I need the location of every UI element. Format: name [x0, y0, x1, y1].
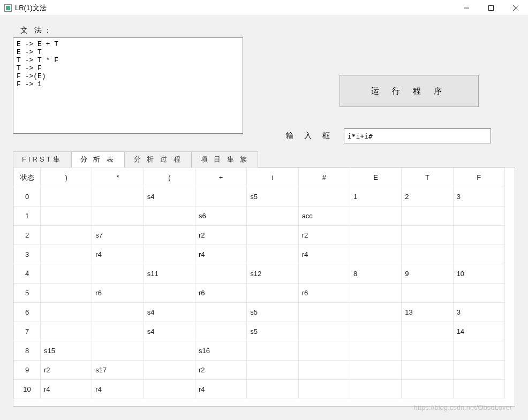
column-header[interactable]: F [453, 168, 504, 187]
tab-parse-process[interactable]: 分 析 过 程 [125, 151, 192, 167]
table-cell[interactable]: r4 [195, 380, 246, 399]
table-cell[interactable]: s16 [195, 341, 246, 361]
state-cell[interactable]: 9 [14, 361, 41, 380]
table-cell[interactable] [402, 361, 453, 380]
table-cell[interactable] [92, 322, 144, 341]
table-cell[interactable]: 1 [350, 187, 401, 207]
tab-first-set[interactable]: FIRST集 [13, 151, 71, 167]
table-cell[interactable]: s7 [92, 226, 144, 245]
table-cell[interactable] [298, 187, 350, 207]
grammar-textarea[interactable]: E -> E + T E -> T T -> T * F T -> F F ->… [13, 37, 243, 134]
state-cell[interactable]: 8 [14, 341, 41, 361]
table-cell[interactable]: s4 [144, 187, 195, 207]
table-cell[interactable] [247, 226, 298, 245]
table-cell[interactable] [350, 245, 401, 264]
table-cell[interactable]: 2 [402, 187, 453, 207]
table-cell[interactable] [453, 226, 504, 245]
table-cell[interactable] [41, 187, 92, 207]
table-cell[interactable] [247, 207, 298, 226]
state-cell[interactable]: 4 [14, 264, 41, 284]
table-cell[interactable]: 14 [453, 322, 504, 341]
column-header[interactable]: E [350, 168, 401, 187]
column-header[interactable]: ) [41, 168, 92, 187]
table-cell[interactable] [247, 361, 298, 380]
table-cell[interactable]: r4 [92, 380, 144, 399]
table-cell[interactable] [298, 380, 350, 399]
column-header[interactable]: * [92, 168, 144, 187]
table-cell[interactable]: s5 [247, 303, 298, 322]
column-header[interactable]: i [247, 168, 298, 187]
table-cell[interactable]: r6 [92, 284, 144, 303]
table-cell[interactable] [402, 284, 453, 303]
column-header[interactable]: ( [144, 168, 195, 187]
table-cell[interactable] [41, 303, 92, 322]
table-cell[interactable]: 10 [453, 264, 504, 284]
table-cell[interactable]: s5 [247, 187, 298, 207]
column-header[interactable]: T [402, 168, 453, 187]
table-cell[interactable] [41, 322, 92, 341]
tab-parse-table[interactable]: 分 析 表 [71, 151, 125, 167]
state-cell[interactable]: 7 [14, 322, 41, 341]
table-cell[interactable] [41, 207, 92, 226]
table-cell[interactable]: r2 [195, 361, 246, 380]
table-cell[interactable] [298, 341, 350, 361]
table-cell[interactable]: 3 [453, 187, 504, 207]
table-cell[interactable] [144, 284, 195, 303]
table-cell[interactable] [402, 245, 453, 264]
maximize-button[interactable] [479, 0, 503, 16]
table-cell[interactable] [195, 322, 246, 341]
close-button[interactable] [503, 0, 528, 16]
table-cell[interactable] [298, 303, 350, 322]
table-cell[interactable]: s4 [144, 303, 195, 322]
table-cell[interactable]: r6 [195, 284, 246, 303]
table-cell[interactable]: 3 [453, 303, 504, 322]
table-cell[interactable]: r4 [92, 245, 144, 264]
table-cell[interactable]: s5 [247, 322, 298, 341]
table-cell[interactable] [350, 322, 401, 341]
table-cell[interactable] [92, 187, 144, 207]
table-cell[interactable] [298, 361, 350, 380]
table-cell[interactable]: s12 [247, 264, 298, 284]
table-cell[interactable] [41, 284, 92, 303]
table-cell[interactable]: s17 [92, 361, 144, 380]
table-cell[interactable]: s4 [144, 322, 195, 341]
state-cell[interactable]: 6 [14, 303, 41, 322]
table-cell[interactable] [41, 264, 92, 284]
table-cell[interactable]: acc [298, 207, 350, 226]
state-cell[interactable]: 1 [14, 207, 41, 226]
table-cell[interactable] [92, 207, 144, 226]
table-cell[interactable] [453, 361, 504, 380]
state-cell[interactable]: 10 [14, 380, 41, 399]
table-cell[interactable] [41, 226, 92, 245]
table-cell[interactable] [144, 341, 195, 361]
table-cell[interactable]: 13 [402, 303, 453, 322]
table-cell[interactable] [247, 284, 298, 303]
table-cell[interactable] [144, 245, 195, 264]
table-cell[interactable] [144, 226, 195, 245]
table-cell[interactable] [350, 341, 401, 361]
tab-item-sets[interactable]: 项 目 集 族 [192, 151, 259, 167]
state-cell[interactable]: 3 [14, 245, 41, 264]
table-cell[interactable]: r4 [41, 380, 92, 399]
table-cell[interactable] [402, 341, 453, 361]
table-cell[interactable]: 8 [350, 264, 401, 284]
table-cell[interactable] [247, 245, 298, 264]
table-cell[interactable] [453, 284, 504, 303]
state-cell[interactable]: 2 [14, 226, 41, 245]
table-cell[interactable] [453, 207, 504, 226]
table-cell[interactable] [402, 207, 453, 226]
table-cell[interactable] [453, 380, 504, 399]
table-cell[interactable] [402, 380, 453, 399]
table-cell[interactable]: r2 [195, 226, 246, 245]
table-cell[interactable]: s15 [41, 341, 92, 361]
table-cell[interactable] [402, 226, 453, 245]
table-cell[interactable]: r6 [298, 284, 350, 303]
table-cell[interactable] [195, 187, 246, 207]
table-cell[interactable]: s11 [144, 264, 195, 284]
table-cell[interactable]: 9 [402, 264, 453, 284]
minimize-button[interactable] [454, 0, 479, 16]
table-cell[interactable] [41, 245, 92, 264]
column-header[interactable]: + [195, 168, 246, 187]
table-cell[interactable] [350, 303, 401, 322]
table-cell[interactable] [247, 341, 298, 361]
